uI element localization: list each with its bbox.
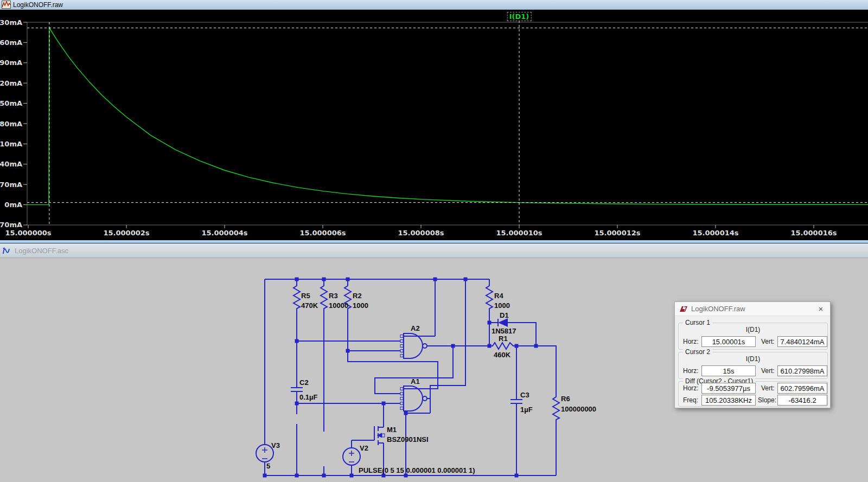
cursor1-group-label: Cursor 1 (683, 319, 712, 326)
cursor-dialog-titlebar[interactable]: LogikONOFF.raw × (675, 302, 830, 316)
y-tick-label: 140mA (0, 160, 22, 168)
label-d1: D1 (500, 311, 509, 319)
y-tick-label: -70mA (0, 221, 22, 229)
y-tick-label: 210mA (0, 140, 22, 148)
resistor-r1[interactable] (491, 343, 515, 349)
diff-horz-label: Horz: (683, 384, 699, 392)
cursor2-horz-label: Horz: (683, 367, 699, 375)
x-tick-label: 15.000002s (103, 229, 149, 237)
cursor2-trace: I(D1) (679, 355, 827, 363)
label-r5: R5 (301, 292, 310, 300)
waveform-titlebar[interactable]: LogikONOFF.raw (0, 0, 868, 10)
label-c2: C2 (299, 378, 309, 387)
mosfet-m1[interactable] (374, 426, 385, 445)
slope-label: Slope: (758, 396, 776, 404)
label-r6: R6 (561, 395, 570, 403)
label-a1: A1 (411, 377, 420, 385)
nand-gate-a2[interactable] (400, 333, 427, 358)
cursor2-group-label: Cursor 2 (683, 348, 712, 356)
voltage-source-v2[interactable] (343, 448, 360, 465)
resistor-r3[interactable] (321, 284, 327, 310)
label-c3: C3 (520, 391, 529, 399)
y-tick-label: 0mA (4, 201, 22, 209)
x-tick-label: 15.000016s (790, 229, 837, 237)
label-v3: V3 (271, 441, 280, 449)
resistor-r6[interactable] (553, 395, 559, 421)
cursor2-group: Cursor 2 I(D1) Horz: Vert: (678, 352, 828, 379)
value-r3: 10000 (329, 301, 348, 310)
diff-horz-field[interactable] (701, 383, 756, 394)
cursor2-vert-field[interactable] (777, 365, 827, 376)
value-r1: 460K (494, 351, 511, 359)
plot-box (27, 22, 868, 225)
value-c3: 1µF (520, 406, 533, 414)
y-tick-label: 560mA (0, 38, 22, 47)
schematic-window-icon (2, 247, 11, 255)
label-r3: R3 (329, 292, 338, 300)
label-r4: R4 (494, 292, 503, 300)
x-tick-label: 15.000012s (594, 229, 640, 237)
value-d1: 1N5817 (492, 327, 516, 335)
y-tick-label: 280mA (0, 120, 22, 128)
close-icon[interactable]: × (816, 304, 826, 314)
y-tick-label: 350mA (0, 99, 22, 107)
value-c2: 0.1µF (299, 393, 318, 401)
label-a2: A2 (411, 324, 420, 332)
capacitor-c3[interactable] (510, 400, 522, 403)
y-tick-label: 630mA (0, 18, 22, 27)
value-v2: PULSE(0 5 15 0.000001 0.000001 1) (359, 466, 475, 474)
label-r1: R1 (499, 335, 508, 343)
trace-i-d1[interactable] (27, 28, 868, 205)
schematic-window-title: LogikONOFF.asc (15, 247, 68, 255)
y-tick-label: 70mA (0, 181, 22, 189)
cursor1-horz-field[interactable] (701, 336, 756, 347)
schematic-titlebar[interactable]: LogikONOFF.asc (0, 243, 868, 258)
label-m1: M1 (387, 426, 397, 434)
diff-vert-field[interactable] (777, 383, 827, 394)
waveform-plot-pane[interactable]: 630mA560mA490mA420mA350mA280mA210mA140mA… (0, 10, 868, 240)
cursor1-group: Cursor 1 I(D1) Horz: Vert: (678, 323, 828, 350)
cursor2-vert-label: Vert: (761, 367, 775, 375)
label-r2: R2 (353, 292, 362, 300)
ltspice-screen: LogikONOFF.raw 630mA560mA490mA420mA350mA… (0, 0, 868, 482)
cursor2-horz-field[interactable] (701, 365, 756, 376)
freq-field[interactable] (701, 395, 756, 406)
y-tick-label: 420mA (0, 79, 22, 87)
waveform-plot[interactable]: 630mA560mA490mA420mA350mA280mA210mA140mA… (0, 10, 868, 240)
capacitor-c2[interactable] (291, 388, 303, 391)
resistor-r4[interactable] (486, 284, 493, 310)
diff-group: Diff (Cursor2 - Cursor1) Horz: Vert: Fre… (678, 381, 828, 407)
cursor-dialog-title: LogikONOFF.raw (691, 305, 745, 313)
cursor1-trace: I(D1) (679, 326, 827, 333)
label-v2: V2 (360, 444, 368, 452)
x-tick-label: 15.000006s (299, 229, 346, 237)
value-r4: 1000 (494, 301, 510, 310)
cursor1-vert-label: Vert: (761, 338, 775, 345)
diode-d1[interactable] (498, 318, 508, 327)
waveform-window-title: LogikONOFF.raw (13, 1, 63, 9)
freq-label: Freq: (683, 396, 698, 404)
value-r5: 470K (301, 301, 318, 310)
value-r2: 1000 (353, 301, 368, 310)
slope-field[interactable] (777, 395, 827, 406)
cursor1-vert-field[interactable] (777, 336, 827, 347)
ltspice-logo-icon (679, 306, 688, 312)
x-tick-label: 15.000008s (398, 229, 444, 237)
nand-gate-a1[interactable] (400, 386, 427, 411)
cursor-dialog[interactable]: LogikONOFF.raw × Cursor 1 I(D1) Horz: Ve… (674, 301, 831, 408)
resistor-r5[interactable] (293, 284, 300, 310)
x-tick-label: 15.000004s (201, 229, 247, 237)
y-tick-label: 490mA (0, 59, 22, 67)
x-tick-label: 15.000000s (5, 229, 51, 237)
x-tick-label: 15.000010s (496, 229, 542, 237)
cursor1-horz-label: Horz: (683, 338, 699, 345)
value-m1: BSZ0901NSI (387, 435, 429, 444)
diff-vert-label: Vert: (761, 384, 775, 392)
waveform-window-icon (2, 1, 11, 9)
value-v3: 5 (266, 462, 270, 470)
value-r6: 100000000 (561, 405, 596, 413)
trace-label[interactable]: I(D1) (507, 12, 532, 21)
x-tick-label: 15.000014s (692, 229, 738, 237)
